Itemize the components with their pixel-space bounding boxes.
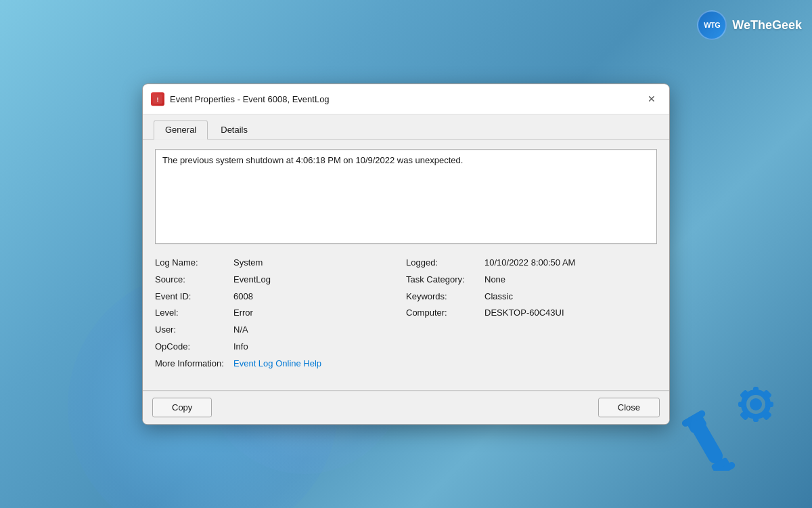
- prop-event-id: Event ID: 6008: [155, 290, 406, 304]
- brand-logo: WTG: [697, 10, 727, 40]
- task-category-label: Task Category:: [406, 273, 480, 287]
- log-name-value: System: [233, 256, 263, 270]
- keywords-value: Classic: [484, 290, 513, 304]
- keywords-label: Keywords:: [406, 290, 480, 304]
- brand-area: WTG WeTheGeek: [697, 10, 802, 40]
- prop-opcode: OpCode: Info: [155, 340, 406, 354]
- copy-button[interactable]: Copy: [152, 398, 212, 417]
- description-textarea[interactable]: [155, 149, 657, 244]
- user-value: N/A: [233, 323, 248, 337]
- more-info-label: More Information:: [155, 357, 229, 371]
- dialog-title: Event Properties - Event 6008, EventLog: [170, 94, 330, 104]
- prop-keywords: Keywords: Classic: [406, 290, 657, 304]
- source-value: EventLog: [233, 273, 271, 287]
- task-category-value: None: [484, 273, 505, 287]
- logged-label: Logged:: [406, 256, 480, 270]
- dialog-content: Log Name: System Source: EventLog Event …: [143, 140, 669, 390]
- properties-grid: Log Name: System Source: EventLog Event …: [155, 256, 657, 371]
- prop-logged: Logged: 10/10/2022 8:00:50 AM: [406, 256, 657, 270]
- opcode-label: OpCode:: [155, 340, 229, 354]
- svg-rect-8: [753, 414, 759, 422]
- close-dialog-button[interactable]: Close: [598, 398, 660, 417]
- svg-rect-10: [765, 402, 773, 407]
- computer-label: Computer:: [406, 307, 480, 321]
- event-id-value: 6008: [233, 290, 253, 304]
- svg-point-6: [750, 398, 762, 410]
- event-id-label: Event ID:: [155, 290, 229, 304]
- level-value: Error: [233, 307, 253, 321]
- tab-bar: General Details: [143, 114, 669, 140]
- brand-name: WeTheGeek: [732, 18, 802, 33]
- event-properties-dialog: ! Event Properties - Event 6008, EventLo…: [142, 83, 670, 425]
- prop-level: Level: Error: [155, 307, 406, 321]
- dialog-icon: !: [151, 92, 164, 106]
- tab-general[interactable]: General: [154, 120, 208, 140]
- props-left-column: Log Name: System Source: EventLog Event …: [155, 256, 406, 371]
- svg-rect-9: [738, 402, 746, 407]
- dialog-wrapper: ! Event Properties - Event 6008, EventLo…: [142, 83, 670, 425]
- props-right-column: Logged: 10/10/2022 8:00:50 AM Task Categ…: [406, 256, 657, 371]
- prop-computer: Computer: DESKTOP-60C43UI: [406, 307, 657, 321]
- svg-rect-7: [753, 387, 759, 395]
- more-info-link[interactable]: Event Log Online Help: [233, 357, 321, 371]
- user-label: User:: [155, 323, 229, 337]
- dialog-footer: Copy Close: [143, 390, 669, 424]
- level-label: Level:: [155, 307, 229, 321]
- prop-log-name: Log Name: System: [155, 256, 406, 270]
- title-bar: ! Event Properties - Event 6008, EventLo…: [143, 84, 669, 114]
- prop-user: User: N/A: [155, 323, 406, 337]
- prop-task-category: Task Category: None: [406, 273, 657, 287]
- log-name-label: Log Name:: [155, 256, 229, 270]
- tab-details[interactable]: Details: [209, 120, 259, 139]
- tools-decoration: [670, 362, 778, 471]
- prop-source: Source: EventLog: [155, 273, 406, 287]
- prop-more-info: More Information: Event Log Online Help: [155, 357, 406, 371]
- svg-text:!: !: [157, 96, 159, 103]
- dialog-close-button[interactable]: ✕: [642, 89, 661, 108]
- opcode-value: Info: [233, 340, 248, 354]
- title-bar-left: ! Event Properties - Event 6008, EventLo…: [151, 92, 330, 106]
- logged-value: 10/10/2022 8:00:50 AM: [484, 256, 575, 270]
- source-label: Source:: [155, 273, 229, 287]
- computer-value: DESKTOP-60C43UI: [484, 307, 564, 321]
